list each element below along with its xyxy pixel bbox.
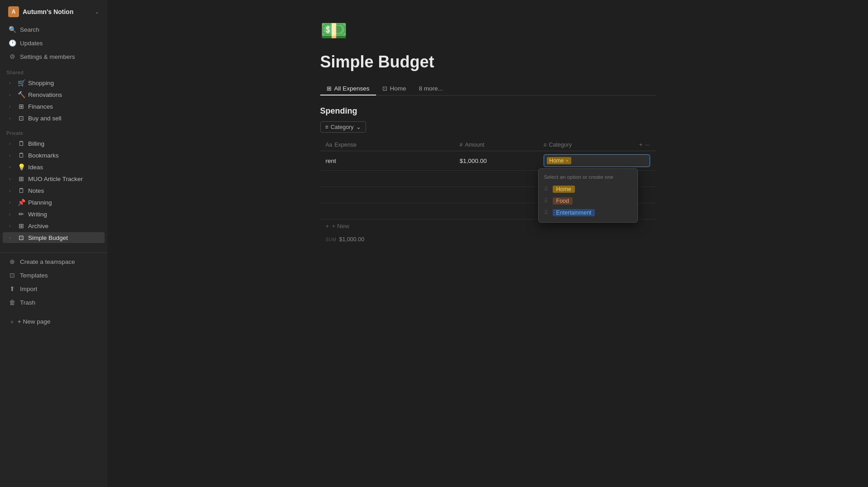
more-options-icon[interactable]: ··· <box>645 142 650 148</box>
chevron-icon: › <box>9 153 14 158</box>
workspace-avatar: A <box>8 6 19 17</box>
chevron-icon: › <box>9 212 14 217</box>
sidebar-item-finances[interactable]: › ⊞ Finances <box>3 101 105 112</box>
sidebar-item-billing[interactable]: › 🗒 Billing <box>3 138 105 149</box>
category-text-input[interactable] <box>573 158 600 164</box>
category-col-icon: ≡ <box>544 142 547 148</box>
expense-cell-empty[interactable] <box>320 203 454 220</box>
new-page-plus-icon: + <box>10 318 14 325</box>
col-header-category: ≡ Category + ··· <box>538 139 656 151</box>
filter-icon: ≡ <box>325 124 328 130</box>
amount-cell[interactable]: $1,000.00 <box>454 151 538 171</box>
buy-sell-icon: ⊡ <box>17 115 25 122</box>
sidebar-item-muo[interactable]: › ⊞ MUO Article Tracker <box>3 173 105 184</box>
drag-handle-icon: ⠿ <box>544 210 548 216</box>
sidebar-item-notes-label: Notes <box>28 187 44 194</box>
filter-row: ≡ Category ⌄ <box>320 121 656 133</box>
page-area: 💵 Simple Budget ⊞ All Expenses ⊡ Home 8 … <box>284 0 692 282</box>
billing-icon: 🗒 <box>17 140 25 147</box>
sidebar-item-search[interactable]: 🔍 Search <box>3 23 105 36</box>
category-cell[interactable]: Home × Select an option or create one ⠿ … <box>538 151 656 171</box>
sidebar-item-import[interactable]: ⬆ Import <box>3 282 105 295</box>
filter-chevron-icon: ⌄ <box>356 124 361 130</box>
filter-label: Category <box>331 124 354 130</box>
chevron-icon: › <box>9 177 14 181</box>
sidebar-item-settings-label: Settings & members <box>20 53 75 60</box>
sidebar-item-updates[interactable]: 🕐 Updates <box>3 37 105 49</box>
tab-home-label: Home <box>390 85 406 92</box>
category-input-area[interactable]: Home × <box>544 154 650 167</box>
renovations-icon: 🔨 <box>17 91 25 98</box>
sidebar-item-bookmarks-label: Bookmarks <box>28 152 59 159</box>
sidebar-item-bookmarks[interactable]: › 🗒 Bookmarks <box>3 150 105 161</box>
sidebar-item-archive[interactable]: › ⊞ Archive <box>3 220 105 231</box>
sidebar-item-writing[interactable]: › ✏ Writing <box>3 209 105 220</box>
dropdown-option-home[interactable]: ⠿ Home <box>539 183 637 195</box>
expense-col-label: Expense <box>334 142 357 148</box>
drag-handle-icon: ⠿ <box>544 186 548 192</box>
sidebar-item-buy-sell-label: Buy and sell <box>28 115 62 122</box>
sidebar-item-renovations-label: Renovations <box>28 91 62 98</box>
drag-handle-icon: ⠿ <box>544 198 548 204</box>
tab-all-expenses-label: All Expenses <box>334 85 370 92</box>
dropdown-option-food[interactable]: ⠿ Food <box>539 195 637 207</box>
sidebar-item-trash[interactable]: 🗑 Trash <box>3 296 105 309</box>
main-content: 💵 Simple Budget ⊞ All Expenses ⊡ Home 8 … <box>107 0 868 487</box>
chevron-icon: › <box>9 224 14 229</box>
expense-cell-empty[interactable] <box>320 187 454 203</box>
amount-cell-empty[interactable] <box>454 203 538 220</box>
chevron-icon: › <box>9 81 14 86</box>
workspace-header[interactable]: A Autumn's Notion ⌄ <box>3 2 105 22</box>
sidebar-item-billing-label: Billing <box>28 140 44 147</box>
tab-home[interactable]: ⊡ Home <box>376 82 413 95</box>
chevron-icon: › <box>9 92 14 97</box>
chevron-icon: › <box>9 104 14 109</box>
bookmarks-icon: 🗒 <box>17 152 25 159</box>
sidebar-item-ideas-label: Ideas <box>28 164 43 171</box>
dropdown-option-entertainment[interactable]: ⠿ Entertainment <box>539 207 637 219</box>
sidebar-item-create-teamspace[interactable]: ⊕ Create a teamspace <box>3 255 105 268</box>
updates-icon: 🕐 <box>8 39 16 47</box>
sidebar-item-simple-budget[interactable]: › ⊡ Simple Budget <box>3 232 105 243</box>
option-tag-home: Home <box>553 186 575 193</box>
sidebar-item-planning-label: Planning <box>28 199 52 206</box>
chevron-icon: › <box>9 200 14 205</box>
new-page-button[interactable]: + + New page <box>9 315 98 328</box>
sidebar-item-muo-label: MUO Article Tracker <box>28 176 83 182</box>
tab-all-expenses[interactable]: ⊞ All Expenses <box>320 82 376 95</box>
category-dropdown: Select an option or create one ⠿ Home ⠿ … <box>538 168 638 223</box>
sidebar-item-ideas[interactable]: › 💡 Ideas <box>3 162 105 172</box>
settings-icon: ⚙ <box>8 53 16 61</box>
section-title: Spending <box>320 106 656 116</box>
amount-cell-empty[interactable] <box>454 187 538 203</box>
writing-icon: ✏ <box>17 210 25 218</box>
templates-icon: ⊡ <box>8 271 16 279</box>
chevron-icon: › <box>9 235 14 240</box>
option-tag-entertainment: Entertainment <box>553 209 595 216</box>
workspace-chevron: ⌄ <box>95 9 99 15</box>
shared-section-label: Shared <box>0 63 107 77</box>
add-column-icon[interactable]: + <box>639 142 642 148</box>
sidebar-item-buy-sell[interactable]: › ⊡ Buy and sell <box>3 113 105 124</box>
sidebar-item-notes[interactable]: › 🗒 Notes <box>3 185 105 196</box>
category-tag-home: Home × <box>547 157 571 164</box>
sidebar-item-renovations[interactable]: › 🔨 Renovations <box>3 89 105 100</box>
tag-close-button[interactable]: × <box>566 158 569 163</box>
sidebar-item-trash-label: Trash <box>20 299 35 306</box>
tab-more-label: 8 more... <box>419 85 443 92</box>
sidebar-item-settings[interactable]: ⚙ Settings & members <box>3 50 105 63</box>
spending-table: Aa Expense # Amount ≡ <box>320 139 656 220</box>
sum-value: $1,000.00 <box>339 236 365 243</box>
ideas-icon: 💡 <box>17 163 25 171</box>
chevron-icon: › <box>9 116 14 121</box>
expense-cell[interactable]: rent <box>320 151 454 171</box>
expense-cell-empty[interactable] <box>320 171 454 187</box>
chevron-icon: › <box>9 188 14 193</box>
tab-more[interactable]: 8 more... <box>413 82 449 95</box>
sidebar-item-planning[interactable]: › 📌 Planning <box>3 197 105 208</box>
sidebar-item-shopping[interactable]: › 🛒 Shopping <box>3 77 105 88</box>
category-filter-button[interactable]: ≡ Category ⌄ <box>320 121 366 133</box>
sidebar-item-templates[interactable]: ⊡ Templates <box>3 269 105 282</box>
amount-cell-empty[interactable] <box>454 171 538 187</box>
sidebar-item-shopping-label: Shopping <box>28 80 54 86</box>
